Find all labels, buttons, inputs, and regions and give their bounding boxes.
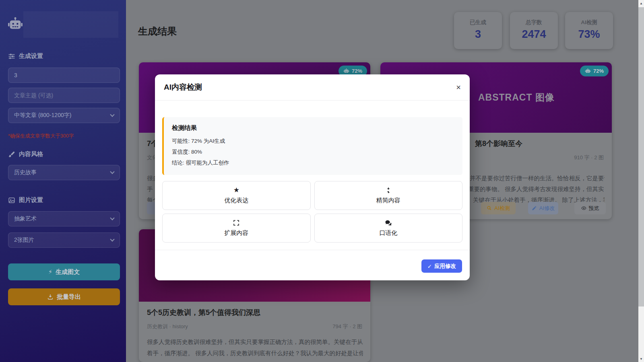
card-title: 第8个影响至今 [475,139,522,148]
card-title: 5个5历史教训，第5个值得我们深思 [147,308,260,317]
expand-content-label: 扩展内容 [224,229,248,237]
modal-title: AI内容检测 [164,82,202,93]
content-style-header: 内容风格 [8,150,43,158]
scroll-up-arrow-icon[interactable]: ▲ [638,0,644,6]
card-meta-category: 历史教训 · history [147,323,188,330]
stat-label: 总字数 [510,19,558,26]
colloquialize-button[interactable]: 口语化 [314,214,463,243]
robot-icon [343,68,349,74]
content-style-label: 内容风格 [19,150,43,158]
article-count-input[interactable] [8,68,120,83]
ai-modify-label: AI修改 [539,205,555,212]
image-count-value: 2张图片 [14,237,34,244]
card-excerpt: 很多人觉得历史教训很难坚持，但其实只要掌握正确方法，真的很简单。关键在于从小处 … [147,336,363,359]
content-style-select[interactable]: 历史故事 [8,165,120,180]
art-style-select[interactable]: 抽象艺术 [8,211,120,226]
ai-detect-modal: AI内容检测 × 检测结果 可能性: 72% 为AI生成 置信度: 80% 结论… [155,74,470,280]
preview-button[interactable]: 预览 [574,202,606,214]
ai-score-value: 72% [352,68,362,74]
rewrite-options: ★ 优化表达 精简内容 扩展内容 [162,181,462,243]
batch-export-button[interactable]: 批量导出 [8,288,120,305]
stat-card-ai-detect: AI检测 73% [565,12,613,49]
vertical-scrollbar[interactable]: ▲ ▼ [638,0,644,362]
stat-card-total-words: 总字数 2474 [510,12,558,49]
generate-button[interactable]: ⚡ 生成图文 [8,263,120,280]
image-settings-label: 图片设置 [19,196,43,204]
scroll-down-arrow-icon[interactable]: ▼ [638,356,644,362]
card-meta-stats: 794 字 · 2 图 [332,323,362,330]
pencil-icon [532,206,537,211]
detection-result-box: 检测结果 可能性: 72% 为AI生成 置信度: 80% 结论: 很可能为人工创… [162,117,462,175]
generation-settings-header: 生成设置 [8,52,43,60]
app-window: 生成设置 中等文章 (800-1200字) *确保生成文章字数大于300字 内容… [0,0,644,362]
apply-changes-label: 应用修改 [434,263,456,270]
check-icon: ✓ [427,263,432,269]
image-count-select[interactable]: 2张图片 [8,232,120,248]
scrollbar-thumb[interactable] [638,7,644,306]
close-icon[interactable]: × [456,83,461,91]
ai-score-value: 72% [593,68,604,74]
apply-changes-button[interactable]: ✓ 应用修改 [421,259,462,273]
result-confidence: 置信度: 80% [172,146,454,157]
stat-label: 已生成 [454,19,502,26]
stat-value: 73% [565,28,613,41]
expand-icon [233,219,240,226]
topic-input[interactable] [8,88,120,103]
batch-export-label: 批量导出 [57,293,81,301]
result-conclusion: 结论: 很可能为人工创作 [172,157,454,168]
compress-icon [385,187,392,194]
stat-value: 2474 [510,28,558,41]
preview-label: 预览 [589,205,599,212]
chevron-down-icon [110,216,114,220]
brush-icon [8,151,15,158]
article-length-value: 中等文章 (800-1200字) [14,112,71,119]
stat-card-generated: 已生成 3 [454,12,502,49]
modal-footer: ✓ 应用修改 [155,250,470,273]
star-icon: ★ [233,187,240,194]
content-style-value: 历史故事 [14,169,37,176]
robot-logo-icon [7,16,23,32]
chat-bubbles-icon [385,219,392,226]
optimize-expression-label: 优化表达 [224,197,248,204]
lightning-icon: ⚡ [48,268,53,276]
ai-modify-button[interactable]: AI修改 [528,202,558,214]
excerpt-line: 着手，循序渐进。 很多人问我，历史教训到底有什么好处？我认为最大的好处是让你有 [147,348,363,359]
ai-score-badge: 72% [580,66,609,76]
image-settings-header: 图片设置 [8,196,43,204]
chevron-down-icon [110,169,114,174]
chevron-down-icon [110,237,114,241]
modal-header: AI内容检测 × [155,74,470,101]
chevron-down-icon [110,112,114,117]
excerpt-line: 很多人觉得历史教训很难坚持，但其实只要掌握正确方法，真的很简单。关键在于从小处 [147,336,363,348]
generation-settings-label: 生成设置 [19,52,43,60]
expand-content-button[interactable]: 扩展内容 [162,214,311,243]
article-length-select[interactable]: 中等文章 (800-1200字) [8,108,120,123]
result-probability: 可能性: 72% 为AI生成 [172,136,454,146]
ai-detect-button[interactable]: AI检测 [481,202,516,214]
sliders-icon [8,53,15,60]
generate-button-label: 生成图文 [56,268,80,276]
stat-label: AI检测 [565,19,613,26]
sidebar: 生成设置 中等文章 (800-1200字) *确保生成文章字数大于300字 内容… [0,0,126,362]
art-style-value: 抽象艺术 [14,215,37,222]
condense-content-button[interactable]: 精简内容 [314,181,463,210]
eye-icon [581,206,586,211]
logo-panel [23,11,118,38]
search-icon [487,206,492,211]
page-title: 生成结果 [138,25,177,38]
card-body: 5个5历史教训，第5个值得我们深思 历史教训 · history 794 字 ·… [139,302,370,362]
download-icon [47,294,54,300]
image-icon [8,197,15,204]
robot-icon [585,68,591,74]
optimize-expression-button[interactable]: ★ 优化表达 [162,181,311,210]
result-heading: 检测结果 [172,124,454,132]
ai-detect-label: AI检测 [494,205,510,212]
image-placeholder-label: ABSTRACT 图像 [478,91,555,104]
condense-content-label: 精简内容 [376,197,400,204]
word-count-note: *确保生成文章字数大于300字 [8,133,74,140]
colloquialize-label: 口语化 [379,229,397,237]
stat-value: 3 [454,28,502,41]
card-meta: 910 字 · 2 图 [574,154,604,161]
